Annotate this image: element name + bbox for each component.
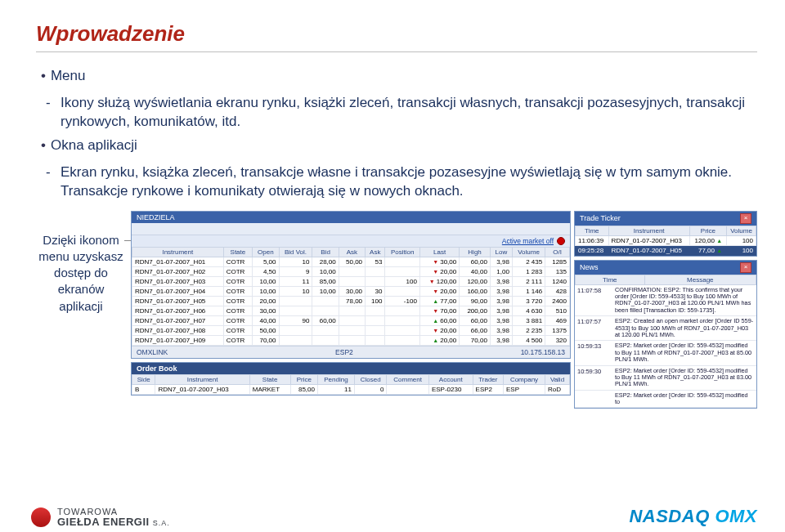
news-title: News [580, 263, 599, 271]
nasdaq-omx-logo: NASDAQ OMX [629, 506, 757, 527]
tge-logo-icon [31, 507, 51, 527]
column-header[interactable]: Valid [545, 374, 570, 384]
column-header[interactable]: Bid Vol. [279, 247, 312, 257]
app-screenshot: NIEDZIELA Active market off InstrumentSt… [131, 211, 757, 409]
table-row[interactable]: RDN7_01-07-2007_H02COTR4,50910,0020,0040… [132, 266, 570, 276]
column-header[interactable]: Instrument [155, 374, 249, 384]
column-header[interactable]: Instrument [608, 226, 689, 235]
callout-text: Dzięki ikonom menu uzyskasz dostęp do ek… [36, 232, 131, 409]
column-header[interactable]: Price [290, 374, 317, 384]
column-header[interactable]: State [249, 374, 290, 384]
column-header[interactable]: Pending [318, 374, 355, 384]
page-title: Wprowadzenie [36, 21, 757, 47]
column-header[interactable]: Bid [312, 247, 339, 257]
column-header[interactable]: Low [490, 247, 512, 257]
bullet-1-lead: Menu [51, 68, 86, 83]
list-item[interactable]: 10:59:33ESP2: Market order [Order ID: 55… [575, 341, 756, 365]
column-header[interactable]: Ask [339, 247, 365, 257]
column-header[interactable]: Instrument [132, 247, 224, 257]
column-header[interactable]: Position [385, 247, 419, 257]
column-header[interactable]: Time [576, 226, 609, 235]
table-row[interactable]: BRDN7_01-07-2007_H03MARKET85,00110ESP-02… [132, 384, 570, 394]
table-row[interactable]: RDN7_01-07-2007_H04COTR10,001010,0030,00… [132, 286, 570, 296]
orderbook-table: SideInstrumentStatePricePendingClosedCom… [132, 374, 570, 395]
tge-line2: GIEŁDA ENERGII [57, 516, 150, 528]
ticker-title: Trade Ticker [580, 214, 621, 222]
table-row[interactable]: RDN7_01-07-2007_H01COTR5,001028,0050,005… [132, 257, 570, 266]
column-header[interactable]: Closed [354, 374, 386, 384]
list-item[interactable]: 11:07:57ESP2: Created an open market ord… [575, 316, 756, 341]
orderbook-title: Order Book [132, 363, 570, 374]
column-header[interactable]: Message [644, 275, 756, 284]
active-market-toggle[interactable]: Active market off [502, 237, 554, 245]
column-header[interactable]: O/I [545, 247, 570, 257]
table-row[interactable]: RDN7_01-07-2007_H03COTR10,001185,0010012… [132, 276, 570, 286]
column-header[interactable]: Trader [473, 374, 503, 384]
column-header[interactable]: Open [253, 247, 279, 257]
table-row[interactable]: RDN7_01-07-2007_H09COTR70,0020,0070,003,… [132, 335, 570, 345]
bullet-1-sub: Ikony służą wyświetlania ekranu rynku, k… [61, 95, 745, 129]
column-header[interactable]: State [223, 247, 253, 257]
list-item[interactable]: 10:59:30ESP2: Market order [Order ID: 55… [575, 366, 756, 391]
column-header[interactable]: High [460, 247, 491, 257]
column-header[interactable]: Ask [366, 247, 385, 257]
status-mid: ESP2 [335, 348, 353, 356]
column-header[interactable]: Comment [387, 374, 429, 384]
column-header[interactable]: Last [419, 247, 459, 257]
column-header[interactable]: Volume [512, 247, 545, 257]
divider [36, 51, 757, 52]
market-window: NIEDZIELA Active market off InstrumentSt… [131, 211, 571, 359]
table-row[interactable]: RDN7_01-07-2007_H05COTR20,0078,00100-100… [132, 296, 570, 306]
market-table: InstrumentStateOpenBid Vol.BidAskAskPosi… [132, 247, 570, 346]
ticker-table: TimeInstrumentPriceVolume 11:06:39RDN7_0… [575, 226, 756, 256]
column-header[interactable]: Volume [727, 226, 756, 235]
tge-sa: S.A. [153, 519, 170, 527]
list-item[interactable]: ESP2: Market order [Order ID: 559-4532] … [575, 391, 756, 409]
orderbook-window: Order Book SideInstrumentStatePricePendi… [131, 362, 571, 396]
table-row[interactable]: 09:25:28RDN7_01-07-2007_H0577,00 100 [576, 245, 756, 255]
tge-logo: TOWAROWA GIEŁDA ENERGII S.A. [31, 507, 170, 527]
column-header[interactable]: Company [504, 374, 545, 384]
status-lamp-icon [557, 237, 565, 245]
footer: TOWAROWA GIEŁDA ENERGII S.A. NASDAQ OMX [0, 506, 785, 527]
bullet-2-lead: Okna aplikacji [51, 137, 137, 153]
bullet-2-sub: Ekran rynku, książka zleceń, transakcje … [61, 164, 732, 199]
market-window-title: NIEDZIELA [137, 213, 175, 221]
column-header[interactable]: Time [576, 275, 645, 284]
column-header[interactable]: Account [428, 374, 473, 384]
table-row[interactable]: RDN7_01-07-2007_H08COTR50,0020,0066,003,… [132, 325, 570, 335]
status-right: 10.175.158.13 [521, 348, 565, 356]
status-left: OMXLINK [137, 348, 168, 356]
table-row[interactable]: RDN7_01-07-2007_H06COTR30,0070,00200,003… [132, 306, 570, 315]
table-row[interactable]: RDN7_01-07-2007_H07COTR40,009060,0060,00… [132, 315, 570, 325]
table-row[interactable]: 11:06:39RDN7_01-07-2007_H03120,00 100 [576, 235, 756, 245]
market-toolbar-icons[interactable] [132, 223, 570, 235]
column-header[interactable]: Side [132, 374, 155, 384]
ticker-window: Trade Ticker × TimeInstrumentPriceVolume… [574, 211, 757, 257]
close-icon[interactable]: × [740, 262, 751, 273]
close-icon[interactable]: × [740, 213, 751, 224]
column-header[interactable]: Price [689, 226, 726, 235]
news-window: News × TimeMessage 11:07:58CONFIRMATION:… [574, 260, 757, 409]
body-text: •Menu -Ikony służą wyświetlania ekranu r… [41, 67, 757, 201]
list-item[interactable]: 11:07:58CONFIRMATION: ESP2: This confirm… [575, 285, 756, 317]
